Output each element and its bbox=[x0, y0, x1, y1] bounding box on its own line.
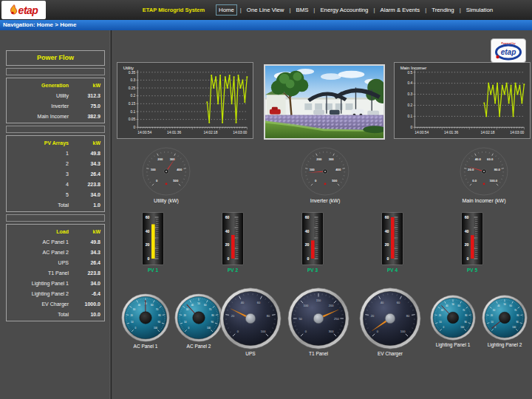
svg-text:30: 30 bbox=[186, 308, 189, 311]
svg-text:0.3: 0.3 bbox=[131, 78, 136, 82]
svg-text:60: 60 bbox=[385, 215, 389, 219]
menu-separator: | bbox=[240, 7, 242, 13]
svg-text:14:00:54: 14:00:54 bbox=[137, 131, 151, 134]
row-label: Total bbox=[7, 312, 78, 317]
row-label: Load bbox=[7, 229, 78, 234]
menu-item-bms[interactable]: BMS bbox=[293, 5, 310, 15]
svg-text:70: 70 bbox=[209, 308, 212, 311]
etap-microgrid-dashboard: etap ETAP Microgrid System Home|One Line… bbox=[0, 0, 532, 399]
menu-separator: | bbox=[289, 7, 290, 13]
svg-text:40: 40 bbox=[138, 304, 141, 307]
svg-text:60: 60 bbox=[458, 304, 461, 307]
svg-text:0.35: 0.35 bbox=[129, 71, 136, 75]
utility-trend-chart: Utility00.050.10.150.20.250.30.3514:00:5… bbox=[117, 62, 253, 139]
svg-text:0: 0 bbox=[387, 256, 389, 261]
menu-item-energy-accounting[interactable]: Energy Accounting bbox=[318, 5, 370, 15]
svg-text:60: 60 bbox=[510, 304, 513, 307]
row-value: kW bbox=[78, 229, 104, 234]
main-menu: Home|One Line View|BMS|Energy Accounting… bbox=[216, 0, 495, 20]
svg-text:50: 50 bbox=[503, 303, 506, 306]
site-photo bbox=[264, 64, 385, 140]
svg-text:80: 80 bbox=[267, 314, 270, 318]
row-label: 3 bbox=[7, 171, 78, 177]
svg-text:14:03:00: 14:03:00 bbox=[510, 131, 524, 134]
menu-separator: | bbox=[373, 7, 375, 13]
row-value: 223.8 bbox=[78, 182, 104, 187]
svg-text:400: 400 bbox=[335, 168, 341, 171]
dial-label-ev-charger: EV Charger bbox=[357, 351, 423, 356]
svg-text:70: 70 bbox=[156, 308, 159, 311]
row-value: 10.0 bbox=[78, 312, 104, 317]
menu-item-alarm-events[interactable]: Alarm & Events bbox=[378, 5, 422, 15]
etap-logo[interactable]: etap bbox=[1, 1, 46, 19]
menu-item-trending[interactable]: Trending bbox=[429, 5, 456, 15]
row-label: Total bbox=[7, 202, 78, 208]
svg-text:250: 250 bbox=[334, 317, 339, 321]
svg-text:10: 10 bbox=[491, 321, 494, 324]
pv1-label: PV 1 bbox=[131, 267, 175, 273]
powered-by-etap-logo: Powered by etap bbox=[491, 38, 526, 63]
svg-text:100: 100 bbox=[261, 330, 266, 333]
svg-text:10: 10 bbox=[131, 321, 134, 324]
row-label: UPS bbox=[7, 260, 78, 265]
table-row: Total10.0 bbox=[7, 309, 104, 319]
row-value: 1.0 bbox=[78, 202, 104, 208]
svg-text:40: 40 bbox=[241, 301, 245, 304]
svg-text:100: 100 bbox=[400, 330, 406, 333]
svg-text:40: 40 bbox=[146, 229, 150, 233]
svg-text:90: 90 bbox=[211, 321, 214, 324]
svg-text:100: 100 bbox=[154, 327, 157, 330]
row-label: Main Incomer bbox=[7, 114, 78, 119]
svg-text:90: 90 bbox=[158, 321, 161, 324]
ups-dial: 020406080100 bbox=[219, 287, 282, 349]
dial-label-ups: UPS bbox=[217, 351, 284, 356]
svg-text:14:00:54: 14:00:54 bbox=[415, 131, 429, 134]
main-incomer-trend-chart: Main Incomer00.10.20.30.40.514:00:5414:0… bbox=[394, 62, 531, 139]
menu-item-home[interactable]: Home bbox=[216, 4, 237, 16]
row-label: Lighting Panel 1 bbox=[7, 281, 78, 286]
svg-text:0.05: 0.05 bbox=[129, 117, 136, 121]
table-row: T1 Panel223.8 bbox=[7, 267, 104, 278]
menu-item-simulation[interactable]: Simulation bbox=[464, 5, 495, 15]
svg-text:etap: etap bbox=[501, 48, 516, 56]
svg-text:70: 70 bbox=[463, 309, 466, 312]
pv3-bar-gauge: 6040200 bbox=[301, 211, 324, 266]
svg-text:40: 40 bbox=[465, 229, 469, 233]
section-header-row: PV ArrayskW bbox=[7, 137, 104, 148]
power-flow-section-generation: GenerationkWUtility312.3Inverter75.0Main… bbox=[6, 78, 105, 123]
main-incomer-gauge: 0.020.040.060.080.0100.0 bbox=[459, 146, 509, 197]
pv4-bar-gauge: 6040200 bbox=[381, 211, 403, 266]
svg-text:40: 40 bbox=[385, 229, 389, 233]
svg-text:0.1: 0.1 bbox=[408, 115, 413, 118]
table-row: Main Incomer382.9 bbox=[7, 111, 104, 121]
row-value: 26.4 bbox=[78, 260, 104, 265]
svg-text:10: 10 bbox=[439, 321, 442, 324]
svg-text:20: 20 bbox=[371, 314, 375, 318]
pv1-bar-gauge: 6040200 bbox=[142, 211, 164, 266]
svg-text:30: 30 bbox=[133, 308, 136, 311]
pv5-label: PV 5 bbox=[450, 267, 494, 273]
table-row: 534.0 bbox=[7, 189, 104, 200]
svg-text:14:02:18: 14:02:18 bbox=[203, 131, 217, 134]
svg-text:300: 300 bbox=[329, 157, 335, 161]
row-label: AC Panel 1 bbox=[7, 239, 78, 245]
row-value: -6.4 bbox=[78, 291, 104, 296]
utility-gauge: 0100200300400500 bbox=[141, 146, 191, 197]
logo-text: etap bbox=[18, 4, 38, 16]
svg-text:300: 300 bbox=[329, 330, 334, 333]
ac-panel-2-dial: 0102030405060708090100 bbox=[174, 293, 223, 342]
svg-text:0.2: 0.2 bbox=[408, 103, 413, 107]
menu-separator: | bbox=[425, 7, 426, 13]
power-flow-section-pv-arrays: PV ArrayskW149.8234.3326.44223.8534.0Tot… bbox=[6, 135, 105, 212]
svg-text:0: 0 bbox=[315, 179, 317, 183]
menu-item-one-line-view[interactable]: One Line View bbox=[245, 5, 287, 15]
svg-text:80: 80 bbox=[158, 314, 161, 317]
row-value: 34.3 bbox=[78, 250, 104, 255]
svg-text:0: 0 bbox=[307, 256, 310, 261]
menu-separator: | bbox=[460, 7, 461, 13]
svg-text:40: 40 bbox=[225, 229, 230, 233]
top-bar: etap ETAP Microgrid System Home|One Line… bbox=[0, 0, 532, 20]
svg-text:100: 100 bbox=[512, 326, 516, 329]
svg-text:0: 0 bbox=[156, 179, 158, 183]
row-value: 26.4 bbox=[78, 171, 104, 177]
